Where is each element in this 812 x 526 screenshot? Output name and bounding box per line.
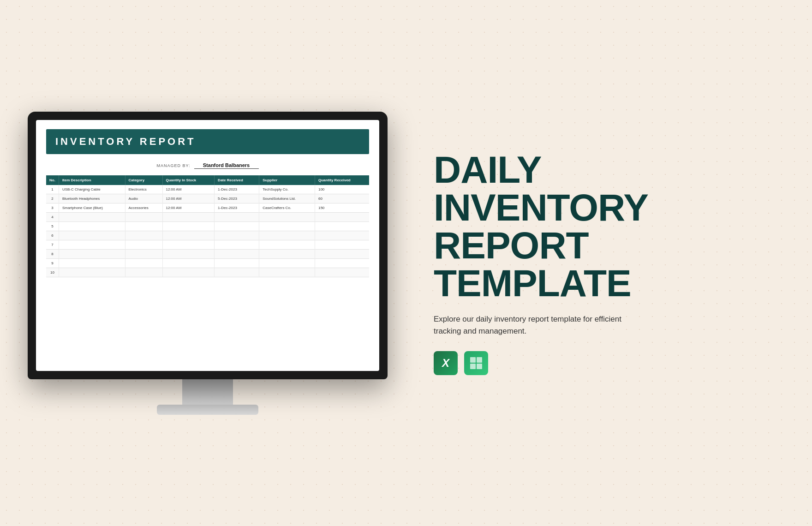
- col-header-qty-stock: Quantity In Stock: [162, 175, 215, 185]
- cell-row9-col0: 10: [46, 268, 59, 277]
- main-heading: DAILY INVENTORY REPORT TEMPLATE: [434, 151, 784, 302]
- cell-row4-col1: [59, 221, 125, 231]
- table-row: 10: [46, 268, 369, 277]
- cell-row5-col6: [315, 231, 369, 240]
- cell-row7-col5: [259, 249, 315, 258]
- cell-row7-col4: [215, 249, 259, 258]
- cell-row6-col0: 7: [46, 240, 59, 249]
- right-panel: DAILY INVENTORY REPORT TEMPLATE Explore …: [424, 151, 784, 376]
- col-header-supplier: Supplier: [259, 175, 315, 185]
- icons-row: X: [434, 351, 784, 375]
- report-title-bar: INVENTORY REPORT: [46, 129, 369, 154]
- monitor: INVENTORY REPORT MANAGED BY: Stanford Ba…: [28, 112, 388, 379]
- heading-line1: DAILY: [434, 151, 784, 189]
- col-header-no: No.: [46, 175, 59, 185]
- cell-row7-col3: [162, 249, 215, 258]
- cell-row9-col3: [162, 268, 215, 277]
- cell-row1-col2: Audio: [125, 194, 162, 203]
- cell-row7-col6: [315, 249, 369, 258]
- cell-row7-col1: [59, 249, 125, 258]
- cell-row1-col4: 5-Dec-2023: [215, 194, 259, 203]
- heading-line3: REPORT: [434, 227, 784, 264]
- table-row: 5: [46, 221, 369, 231]
- cell-row3-col2: [125, 212, 162, 221]
- monitor-screen: INVENTORY REPORT MANAGED BY: Stanford Ba…: [36, 120, 379, 371]
- cell-row5-col0: 6: [46, 231, 59, 240]
- sheets-cell-3: [470, 364, 476, 369]
- cell-row0-col2: Electronics: [125, 185, 162, 194]
- google-sheets-icon[interactable]: [464, 351, 488, 375]
- cell-row1-col0: 2: [46, 194, 59, 203]
- sheets-cell-2: [477, 357, 482, 363]
- cell-row9-col1: [59, 268, 125, 277]
- cell-row3-col4: [215, 212, 259, 221]
- cell-row3-col3: [162, 212, 215, 221]
- cell-row8-col0: 9: [46, 258, 59, 268]
- cell-row0-col3: 12:00 AM: [162, 185, 215, 194]
- cell-row1-col6: 60: [315, 194, 369, 203]
- table-row: 1USB-C Charging CableElectronics12:00 AM…: [46, 185, 369, 194]
- sub-description: Explore our daily inventory report templ…: [434, 313, 646, 338]
- cell-row4-col6: [315, 221, 369, 231]
- cell-row6-col4: [215, 240, 259, 249]
- cell-row9-col6: [315, 268, 369, 277]
- excel-x-letter: X: [442, 357, 449, 370]
- cell-row0-col0: 1: [46, 185, 59, 194]
- cell-row0-col4: 1-Dec-2023: [215, 185, 259, 194]
- cell-row4-col3: [162, 221, 215, 231]
- cell-row5-col1: [59, 231, 125, 240]
- monitor-neck: [182, 379, 233, 405]
- cell-row0-col1: USB-C Charging Cable: [59, 185, 125, 194]
- cell-row8-col4: [215, 258, 259, 268]
- table-row: 4: [46, 212, 369, 221]
- cell-row1-col3: 12:00 AM: [162, 194, 215, 203]
- inventory-table: No. Item Description Category Quantity I…: [46, 175, 369, 277]
- sheets-cell-4: [477, 364, 482, 369]
- cell-row6-col3: [162, 240, 215, 249]
- cell-row6-col5: [259, 240, 315, 249]
- monitor-wrapper: INVENTORY REPORT MANAGED BY: Stanford Ba…: [28, 112, 388, 415]
- col-header-category: Category: [125, 175, 162, 185]
- cell-row0-col6: 100: [315, 185, 369, 194]
- cell-row2-col6: 150: [315, 203, 369, 212]
- sheets-cell-1: [470, 357, 476, 363]
- cell-row5-col3: [162, 231, 215, 240]
- monitor-base: [157, 405, 258, 415]
- cell-row2-col2: Accessories: [125, 203, 162, 212]
- cell-row4-col4: [215, 221, 259, 231]
- col-header-qty-received: Quantity Received: [315, 175, 369, 185]
- cell-row4-col0: 5: [46, 221, 59, 231]
- table-row: 8: [46, 249, 369, 258]
- table-row: 2Bluetooth HeadphonesAudio12:00 AM5-Dec-…: [46, 194, 369, 203]
- cell-row2-col1: Smartphone Case (Blue): [59, 203, 125, 212]
- table-row: 6: [46, 231, 369, 240]
- cell-row8-col2: [125, 258, 162, 268]
- cell-row5-col2: [125, 231, 162, 240]
- cell-row4-col5: [259, 221, 315, 231]
- cell-row6-col6: [315, 240, 369, 249]
- cell-row8-col6: [315, 258, 369, 268]
- col-header-date: Date Received: [215, 175, 259, 185]
- report-title: INVENTORY REPORT: [55, 136, 196, 147]
- excel-icon[interactable]: X: [434, 351, 458, 375]
- managed-by-row: MANAGED BY: Stanford Balbaners: [46, 162, 369, 169]
- cell-row9-col2: [125, 268, 162, 277]
- cell-row9-col4: [215, 268, 259, 277]
- table-row: 3Smartphone Case (Blue)Accessories12:00 …: [46, 203, 369, 212]
- cell-row9-col5: [259, 268, 315, 277]
- cell-row4-col2: [125, 221, 162, 231]
- sheets-grid: [470, 357, 482, 369]
- table-row: 7: [46, 240, 369, 249]
- managed-by-label: MANAGED BY:: [156, 163, 190, 168]
- cell-row5-col5: [259, 231, 315, 240]
- cell-row6-col2: [125, 240, 162, 249]
- cell-row3-col5: [259, 212, 315, 221]
- cell-row8-col1: [59, 258, 125, 268]
- heading-line4: TEMPLATE: [434, 264, 784, 302]
- cell-row6-col1: [59, 240, 125, 249]
- col-header-item: Item Description: [59, 175, 125, 185]
- cell-row5-col4: [215, 231, 259, 240]
- table-row: 9: [46, 258, 369, 268]
- cell-row8-col3: [162, 258, 215, 268]
- cell-row2-col3: 12:00 AM: [162, 203, 215, 212]
